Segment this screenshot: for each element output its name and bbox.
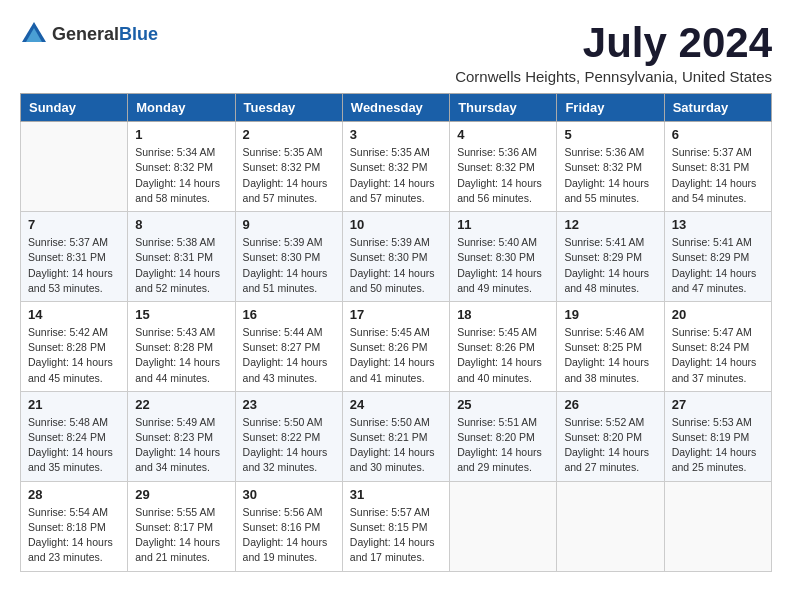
calendar-cell: 11Sunrise: 5:40 AM Sunset: 8:30 PM Dayli… [450,212,557,302]
day-info: Sunrise: 5:36 AM Sunset: 8:32 PM Dayligh… [457,145,549,206]
day-info: Sunrise: 5:45 AM Sunset: 8:26 PM Dayligh… [457,325,549,386]
calendar-cell: 3Sunrise: 5:35 AM Sunset: 8:32 PM Daylig… [342,122,449,212]
calendar-cell: 30Sunrise: 5:56 AM Sunset: 8:16 PM Dayli… [235,481,342,571]
day-info: Sunrise: 5:54 AM Sunset: 8:18 PM Dayligh… [28,505,120,566]
day-number: 17 [350,307,442,322]
calendar-cell: 31Sunrise: 5:57 AM Sunset: 8:15 PM Dayli… [342,481,449,571]
day-number: 23 [243,397,335,412]
day-number: 30 [243,487,335,502]
calendar-cell: 10Sunrise: 5:39 AM Sunset: 8:30 PM Dayli… [342,212,449,302]
calendar-cell: 12Sunrise: 5:41 AM Sunset: 8:29 PM Dayli… [557,212,664,302]
day-info: Sunrise: 5:57 AM Sunset: 8:15 PM Dayligh… [350,505,442,566]
day-number: 20 [672,307,764,322]
calendar-cell: 19Sunrise: 5:46 AM Sunset: 8:25 PM Dayli… [557,301,664,391]
day-info: Sunrise: 5:46 AM Sunset: 8:25 PM Dayligh… [564,325,656,386]
day-number: 12 [564,217,656,232]
calendar-cell: 29Sunrise: 5:55 AM Sunset: 8:17 PM Dayli… [128,481,235,571]
logo-blue: Blue [119,24,158,44]
day-number: 26 [564,397,656,412]
day-number: 13 [672,217,764,232]
day-number: 11 [457,217,549,232]
day-info: Sunrise: 5:41 AM Sunset: 8:29 PM Dayligh… [564,235,656,296]
day-number: 19 [564,307,656,322]
logo-icon [20,20,48,48]
page-header: GeneralBlue July 2024 Cornwells Heights,… [20,20,772,85]
day-number: 21 [28,397,120,412]
day-info: Sunrise: 5:51 AM Sunset: 8:20 PM Dayligh… [457,415,549,476]
weekday-header-thursday: Thursday [450,94,557,122]
calendar-cell: 22Sunrise: 5:49 AM Sunset: 8:23 PM Dayli… [128,391,235,481]
calendar-cell: 8Sunrise: 5:38 AM Sunset: 8:31 PM Daylig… [128,212,235,302]
day-number: 18 [457,307,549,322]
day-number: 31 [350,487,442,502]
week-row-4: 21Sunrise: 5:48 AM Sunset: 8:24 PM Dayli… [21,391,772,481]
weekday-header-monday: Monday [128,94,235,122]
day-number: 16 [243,307,335,322]
day-number: 15 [135,307,227,322]
calendar-cell: 28Sunrise: 5:54 AM Sunset: 8:18 PM Dayli… [21,481,128,571]
day-info: Sunrise: 5:52 AM Sunset: 8:20 PM Dayligh… [564,415,656,476]
day-number: 5 [564,127,656,142]
day-info: Sunrise: 5:38 AM Sunset: 8:31 PM Dayligh… [135,235,227,296]
calendar-table: SundayMondayTuesdayWednesdayThursdayFrid… [20,93,772,571]
day-info: Sunrise: 5:55 AM Sunset: 8:17 PM Dayligh… [135,505,227,566]
calendar-cell [21,122,128,212]
calendar-cell: 9Sunrise: 5:39 AM Sunset: 8:30 PM Daylig… [235,212,342,302]
weekday-header-sunday: Sunday [21,94,128,122]
day-info: Sunrise: 5:35 AM Sunset: 8:32 PM Dayligh… [243,145,335,206]
calendar-cell: 7Sunrise: 5:37 AM Sunset: 8:31 PM Daylig… [21,212,128,302]
weekday-header-wednesday: Wednesday [342,94,449,122]
day-number: 8 [135,217,227,232]
day-info: Sunrise: 5:45 AM Sunset: 8:26 PM Dayligh… [350,325,442,386]
calendar-cell: 5Sunrise: 5:36 AM Sunset: 8:32 PM Daylig… [557,122,664,212]
day-info: Sunrise: 5:56 AM Sunset: 8:16 PM Dayligh… [243,505,335,566]
day-number: 3 [350,127,442,142]
calendar-cell [664,481,771,571]
logo: GeneralBlue [20,20,158,48]
day-info: Sunrise: 5:40 AM Sunset: 8:30 PM Dayligh… [457,235,549,296]
calendar-cell: 4Sunrise: 5:36 AM Sunset: 8:32 PM Daylig… [450,122,557,212]
day-info: Sunrise: 5:42 AM Sunset: 8:28 PM Dayligh… [28,325,120,386]
day-info: Sunrise: 5:39 AM Sunset: 8:30 PM Dayligh… [243,235,335,296]
week-row-1: 1Sunrise: 5:34 AM Sunset: 8:32 PM Daylig… [21,122,772,212]
logo-general: General [52,24,119,44]
day-number: 29 [135,487,227,502]
day-info: Sunrise: 5:50 AM Sunset: 8:22 PM Dayligh… [243,415,335,476]
day-info: Sunrise: 5:37 AM Sunset: 8:31 PM Dayligh… [672,145,764,206]
calendar-cell: 14Sunrise: 5:42 AM Sunset: 8:28 PM Dayli… [21,301,128,391]
month-title: July 2024 [455,20,772,66]
calendar-cell: 13Sunrise: 5:41 AM Sunset: 8:29 PM Dayli… [664,212,771,302]
calendar-cell: 20Sunrise: 5:47 AM Sunset: 8:24 PM Dayli… [664,301,771,391]
day-info: Sunrise: 5:43 AM Sunset: 8:28 PM Dayligh… [135,325,227,386]
title-block: July 2024 Cornwells Heights, Pennsylvani… [455,20,772,85]
day-info: Sunrise: 5:53 AM Sunset: 8:19 PM Dayligh… [672,415,764,476]
week-row-5: 28Sunrise: 5:54 AM Sunset: 8:18 PM Dayli… [21,481,772,571]
calendar-cell: 25Sunrise: 5:51 AM Sunset: 8:20 PM Dayli… [450,391,557,481]
day-info: Sunrise: 5:50 AM Sunset: 8:21 PM Dayligh… [350,415,442,476]
day-number: 27 [672,397,764,412]
calendar-cell: 17Sunrise: 5:45 AM Sunset: 8:26 PM Dayli… [342,301,449,391]
calendar-cell: 6Sunrise: 5:37 AM Sunset: 8:31 PM Daylig… [664,122,771,212]
calendar-cell: 26Sunrise: 5:52 AM Sunset: 8:20 PM Dayli… [557,391,664,481]
day-number: 6 [672,127,764,142]
day-info: Sunrise: 5:39 AM Sunset: 8:30 PM Dayligh… [350,235,442,296]
calendar-cell: 1Sunrise: 5:34 AM Sunset: 8:32 PM Daylig… [128,122,235,212]
day-info: Sunrise: 5:34 AM Sunset: 8:32 PM Dayligh… [135,145,227,206]
week-row-3: 14Sunrise: 5:42 AM Sunset: 8:28 PM Dayli… [21,301,772,391]
day-number: 7 [28,217,120,232]
day-info: Sunrise: 5:44 AM Sunset: 8:27 PM Dayligh… [243,325,335,386]
calendar-cell: 15Sunrise: 5:43 AM Sunset: 8:28 PM Dayli… [128,301,235,391]
day-number: 4 [457,127,549,142]
day-info: Sunrise: 5:37 AM Sunset: 8:31 PM Dayligh… [28,235,120,296]
logo-text: GeneralBlue [52,24,158,45]
calendar-cell: 21Sunrise: 5:48 AM Sunset: 8:24 PM Dayli… [21,391,128,481]
weekday-header-tuesday: Tuesday [235,94,342,122]
weekday-header-saturday: Saturday [664,94,771,122]
calendar-cell: 18Sunrise: 5:45 AM Sunset: 8:26 PM Dayli… [450,301,557,391]
day-number: 24 [350,397,442,412]
day-number: 14 [28,307,120,322]
day-info: Sunrise: 5:47 AM Sunset: 8:24 PM Dayligh… [672,325,764,386]
calendar-cell: 27Sunrise: 5:53 AM Sunset: 8:19 PM Dayli… [664,391,771,481]
calendar-cell: 2Sunrise: 5:35 AM Sunset: 8:32 PM Daylig… [235,122,342,212]
week-row-2: 7Sunrise: 5:37 AM Sunset: 8:31 PM Daylig… [21,212,772,302]
